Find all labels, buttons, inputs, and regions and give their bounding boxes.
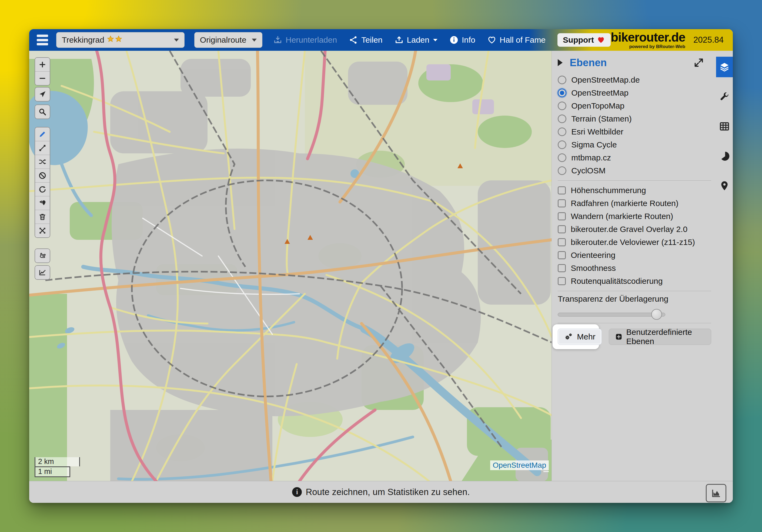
toolbar-actions: HerunterladenTeilenLadenInfoHall of Fame xyxy=(273,35,546,44)
radio-unselected[interactable] xyxy=(558,153,567,162)
move-marker-button[interactable] xyxy=(35,196,50,210)
sidebar-tab-data-table[interactable] xyxy=(716,116,733,137)
expand-arrows-icon xyxy=(38,227,46,235)
base-layer-label: OpenStreetMap xyxy=(571,88,629,98)
radio-unselected[interactable] xyxy=(558,140,567,149)
radio-unselected[interactable] xyxy=(558,127,567,136)
fit-route-button[interactable] xyxy=(35,224,50,237)
share-icon xyxy=(349,35,358,44)
checkbox-unchecked[interactable] xyxy=(558,277,566,285)
alternative-route-button[interactable] xyxy=(35,155,50,169)
logo-subtitle: powered by BRouter-Web xyxy=(629,44,685,49)
slider-thumb[interactable] xyxy=(651,309,662,320)
radio-unselected[interactable] xyxy=(558,101,567,110)
base-layer-option[interactable]: mtbmap.cz xyxy=(558,151,711,164)
search-button[interactable] xyxy=(35,105,50,118)
scale-km: 2 km xyxy=(35,457,80,466)
trash-icon xyxy=(38,213,46,221)
profile-select[interactable]: Trekkingrad xyxy=(56,32,185,48)
logo-area: bikerouter.de powered by BRouter-Web 202… xyxy=(611,31,733,49)
overlay-label: Orienteering xyxy=(571,251,615,260)
overlay-option[interactable]: Smoothness xyxy=(558,262,711,275)
base-layer-option[interactable]: Sigma Cycle xyxy=(558,138,711,151)
base-layer-option[interactable]: Esri Weltbilder xyxy=(558,125,711,138)
sidebar-tab-pois[interactable] xyxy=(716,175,733,196)
base-layer-option[interactable]: Terrain (Stamen) xyxy=(558,112,711,125)
control-group xyxy=(35,248,50,263)
checkbox-unchecked[interactable] xyxy=(558,199,566,207)
area-chart-icon xyxy=(711,488,721,498)
checkbox-unchecked[interactable] xyxy=(558,212,566,220)
profile-select-value: Trekkingrad xyxy=(62,35,104,44)
overlay-option[interactable]: Orienteering xyxy=(558,249,711,262)
gears-icon xyxy=(564,332,573,341)
sidebar-tab-profile-settings[interactable] xyxy=(716,87,733,107)
delete-route-button[interactable] xyxy=(35,210,50,224)
base-layer-label: OpenTopoMap xyxy=(571,101,625,110)
overlay-option[interactable]: Höhenschummerung xyxy=(558,184,711,197)
reverse-route-button[interactable] xyxy=(35,182,50,196)
checkbox-unchecked[interactable] xyxy=(558,186,566,194)
radio-unselected[interactable] xyxy=(558,166,567,175)
radio-unselected[interactable] xyxy=(558,114,567,123)
star-icon xyxy=(114,35,123,43)
control-group xyxy=(35,57,50,86)
map[interactable]: 2 km 1 mi OpenStreetMap xyxy=(29,51,552,481)
locate-button[interactable] xyxy=(35,88,50,101)
layer-attribution[interactable]: OpenStreetMap xyxy=(490,460,549,470)
marker-icon xyxy=(719,180,730,191)
base-layer-option[interactable]: OpenTopoMap xyxy=(558,100,711,112)
share-button[interactable]: Teilen xyxy=(349,35,382,44)
zoom-in-button[interactable] xyxy=(35,58,50,72)
expand-panel-icon[interactable] xyxy=(693,57,704,68)
overlay-option[interactable]: bikerouter.de Gravel Overlay 2.0 xyxy=(558,223,711,236)
overlay-option[interactable]: Radfahren (markierte Routen) xyxy=(558,197,711,210)
info-button[interactable]: Info xyxy=(449,35,475,44)
zoom-out-button[interactable] xyxy=(35,72,50,85)
hand-icon xyxy=(38,252,46,260)
draw-route-button[interactable] xyxy=(35,127,50,141)
base-layer-label: Esri Weltbilder xyxy=(571,127,623,136)
elevation-profile-button[interactable] xyxy=(35,266,50,279)
base-layer-option[interactable]: OpenStreetMap.de xyxy=(558,73,711,87)
slider-track[interactable] xyxy=(558,313,665,316)
layers-panel: Ebenen OpenStreetMap.deOpenStreetMapOpen… xyxy=(552,51,733,481)
hamburger-menu-icon[interactable] xyxy=(37,34,48,45)
overlay-option[interactable]: Wandern (markierte Routen) xyxy=(558,210,711,223)
scale-mi: 1 mi xyxy=(35,466,70,477)
checkbox-unchecked[interactable] xyxy=(558,264,566,272)
pin-back-icon xyxy=(38,199,46,207)
radio-unselected[interactable] xyxy=(558,76,567,84)
load-button[interactable]: Laden xyxy=(395,35,437,44)
checkbox-unchecked[interactable] xyxy=(558,225,566,233)
elevation-chart-button[interactable] xyxy=(706,484,726,502)
base-layer-option[interactable]: CyclOSM xyxy=(558,164,711,177)
download-label: Herunterladen xyxy=(286,35,337,44)
custom-layers-button[interactable]: Benutzerdefinierte Ebenen xyxy=(609,329,711,345)
checkbox-unchecked[interactable] xyxy=(558,251,566,259)
overlay-opacity-slider[interactable] xyxy=(558,309,665,320)
overlay-label: Smoothness xyxy=(571,264,616,273)
hall-of-fame-button[interactable]: Hall of Fame xyxy=(487,35,546,44)
nogo-area-button[interactable] xyxy=(35,169,50,182)
collapse-triangle-icon[interactable] xyxy=(558,59,563,66)
more-layers-button[interactable]: Mehr xyxy=(558,329,601,345)
info-icon xyxy=(449,35,459,44)
info-filled-icon: i xyxy=(292,487,302,497)
sidebar-tab-layers[interactable] xyxy=(716,57,733,77)
sidebar-icon-strip xyxy=(716,51,733,481)
overlay-list: HöhenschummerungRadfahren (markierte Rou… xyxy=(558,184,711,288)
app-window: Trekkingrad Originalroute HerunterladenT… xyxy=(29,29,733,503)
route-select[interactable]: Originalroute xyxy=(194,32,263,48)
overlay-option[interactable]: bikerouter.de Veloviewer (z11-z15) xyxy=(558,236,711,249)
support-button[interactable]: Support xyxy=(558,33,611,47)
radio-selected[interactable] xyxy=(558,89,567,97)
straight-segment-button[interactable] xyxy=(35,141,50,155)
sidebar-tab-statistics[interactable] xyxy=(716,146,733,166)
pointer-tool-button[interactable] xyxy=(35,249,50,262)
overlay-option[interactable]: Routenqualitätscodierung xyxy=(558,275,711,288)
overlay-label: bikerouter.de Gravel Overlay 2.0 xyxy=(571,225,687,234)
checkbox-unchecked[interactable] xyxy=(558,238,566,246)
base-layer-option[interactable]: OpenStreetMap xyxy=(558,87,711,100)
overlay-label: Wandern (markierte Routen) xyxy=(571,212,673,221)
